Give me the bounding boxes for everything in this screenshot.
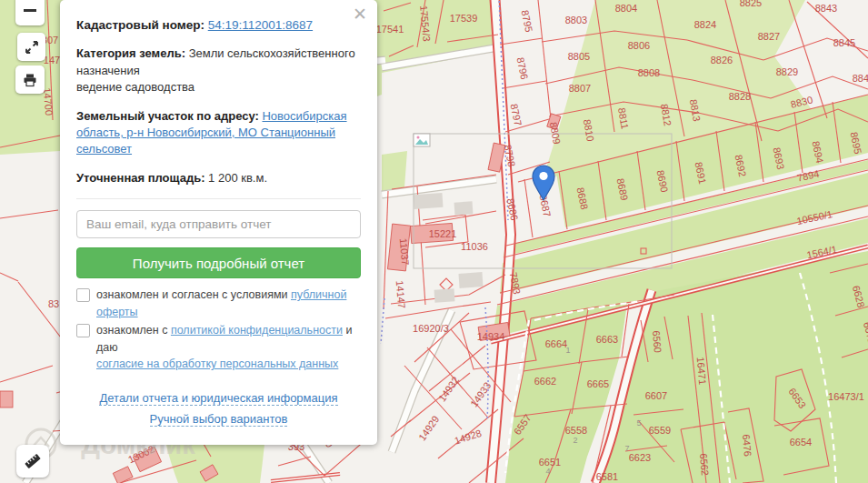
get-report-button[interactable]: Получить подробный отчет bbox=[76, 247, 361, 278]
zoom-out-button[interactable] bbox=[15, 0, 45, 25]
parcel-label: 17541 bbox=[376, 24, 404, 35]
parcel-label: 8824 bbox=[694, 19, 716, 30]
close-icon[interactable]: ✕ bbox=[353, 5, 367, 23]
divider bbox=[76, 198, 361, 199]
personal-data-link[interactable]: согласие на обработку персональных данны… bbox=[96, 357, 338, 370]
minus-icon bbox=[24, 9, 36, 12]
popup-footer-links: Детали отчета и юридическая информация Р… bbox=[76, 387, 361, 430]
fullscreen-icon bbox=[25, 40, 39, 55]
area-value: 1 200 кв.м. bbox=[208, 171, 267, 185]
parcel-label: 147 bbox=[44, 55, 60, 65]
fullscreen-button[interactable] bbox=[17, 33, 45, 61]
parcel-label: 6663 bbox=[596, 334, 618, 345]
parcel-label: 8843 bbox=[815, 3, 837, 14]
parcel-label: 6476 bbox=[741, 434, 753, 457]
parcel-label: 8827 bbox=[758, 31, 780, 42]
parcel-label: 6562 bbox=[698, 453, 711, 476]
parcel-label: 14934 bbox=[477, 331, 505, 342]
manual-select-link[interactable]: Ручной выбор вариантов bbox=[150, 412, 288, 427]
parcel-label: 5 bbox=[636, 418, 641, 428]
parcel-label: 15221 bbox=[429, 228, 457, 239]
parcel-label: 11036 bbox=[461, 241, 488, 252]
parcel-label: 8806 bbox=[628, 40, 650, 51]
parcel-label: 16473/1 bbox=[828, 391, 864, 402]
category-label: Категория земель: bbox=[76, 46, 185, 60]
parcel-label: 16920/3 bbox=[413, 323, 449, 334]
parcel-label: 2 bbox=[573, 436, 577, 445]
privacy-checkbox[interactable] bbox=[76, 324, 90, 337]
agree-privacy-row: ознакомлен с политикой конфиденциальност… bbox=[76, 322, 361, 373]
parcel-label: 8828 bbox=[729, 91, 751, 102]
parcel-label: 7 bbox=[624, 444, 629, 453]
offer-text: ознакомлен и согласен с условиями публич… bbox=[96, 287, 361, 321]
parcel-label: 6662 bbox=[534, 376, 556, 387]
cadastral-number-row: Кадастровый номер: 54:19:112001:8687 bbox=[76, 16, 361, 34]
parcel-label: 6654 bbox=[790, 437, 812, 448]
parcel-label: 8805 bbox=[568, 51, 590, 62]
parcel-info-popup: ✕ Кадастровый номер: 54:19:112001:8687 К… bbox=[60, 0, 377, 445]
parcel-label: 6623 bbox=[629, 452, 651, 463]
parcel-label: 6559 bbox=[649, 425, 671, 436]
parcel-label: 1 bbox=[565, 346, 570, 355]
area-row: Уточненная площадь: 1 200 кв.м. bbox=[76, 170, 361, 186]
agree-offer-row: ознакомлен и согласен с условиями публич… bbox=[76, 287, 361, 321]
map-viewport: 1754117554/31753987958803880488248825884… bbox=[0, 0, 868, 483]
cadastral-number-label: Кадастровый номер: bbox=[76, 18, 205, 32]
parcel-label: 8845 bbox=[833, 37, 855, 48]
parcel-label: 8803 bbox=[565, 15, 587, 25]
address-label: Земельный участок по адресу: bbox=[76, 109, 259, 123]
parcel-label: 8829 bbox=[776, 66, 798, 77]
ruler-icon bbox=[23, 451, 43, 471]
parcel-label: 6560 bbox=[651, 330, 663, 353]
parcel-label: 8844 bbox=[853, 73, 868, 84]
parcel-label: 17539 bbox=[450, 13, 478, 24]
cadastral-number-link[interactable]: 54:19:112001:8687 bbox=[208, 18, 313, 32]
parcel-label: 6607 bbox=[645, 390, 667, 401]
address-row: Земельный участок по адресу: Новосибирск… bbox=[76, 108, 361, 158]
privacy-policy-link[interactable]: политикой конфиденциальности bbox=[171, 324, 343, 337]
category-value2: ведение садоводства bbox=[76, 80, 195, 94]
parcel-label: 83 bbox=[48, 298, 59, 309]
parcel-label: 6581 bbox=[596, 471, 618, 482]
print-icon bbox=[23, 73, 37, 87]
parcel-label: 4 bbox=[545, 467, 550, 476]
parcel-label: 8825 bbox=[740, 0, 762, 8]
parcel-label: 6664 bbox=[545, 338, 567, 349]
area-label: Уточненная площадь: bbox=[76, 171, 205, 185]
parcel-label: 8826 bbox=[711, 55, 733, 65]
measure-button[interactable] bbox=[16, 445, 49, 478]
parcel-label: 6665 bbox=[587, 378, 609, 389]
parcel-label: 8804 bbox=[615, 3, 637, 14]
report-details-link[interactable]: Детали отчета и юридическая информация bbox=[99, 391, 337, 406]
print-button[interactable] bbox=[15, 65, 45, 94]
broken-image-icon bbox=[414, 134, 430, 146]
parcel-label: 6558 bbox=[565, 425, 587, 436]
offer-checkbox[interactable] bbox=[76, 288, 90, 302]
category-row: Категория земель: Земли сельскохозяйстве… bbox=[76, 45, 361, 96]
parcel-label: 8807 bbox=[569, 83, 591, 94]
privacy-text: ознакомлен с политикой конфиденциальност… bbox=[96, 322, 361, 373]
parcel-label: 8808 bbox=[638, 67, 660, 78]
email-input[interactable] bbox=[76, 210, 361, 238]
